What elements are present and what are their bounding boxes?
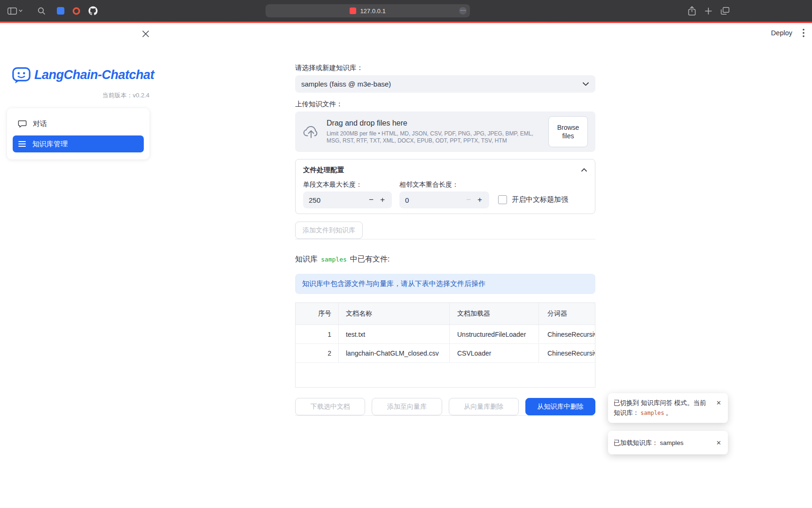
table-header-loader[interactable]: 文档加载器: [449, 303, 539, 325]
logo-text: LangChain-Chatchat: [34, 68, 154, 82]
toast-kb-loaded: 已加载知识库： samples ✕: [608, 431, 728, 454]
search-icon[interactable]: [38, 7, 46, 15]
sidebar: LangChain-Chatchat 当前版本：v0.2.4 对话 知识库管理: [0, 23, 156, 508]
chevron-up-icon: [581, 168, 587, 172]
logo-chat-icon: [11, 65, 31, 85]
toast-text: 已切换到 知识库问答 模式。当前知识库：samples。: [614, 398, 711, 418]
file-config-expander: 文件处理配置 单段文本最大长度： 250 − + 相邻文本重合长度：: [295, 159, 595, 214]
chat-bubble-icon: [18, 119, 27, 128]
nav-item-dialogue[interactable]: 对话: [13, 115, 144, 132]
chunk-size-increment[interactable]: +: [377, 195, 388, 205]
cell-loader: CSVLoader: [449, 344, 539, 362]
table-header-docname[interactable]: 文档名称: [338, 303, 449, 325]
github-icon[interactable]: [88, 6, 98, 16]
overlap-size-input[interactable]: 0 − +: [399, 191, 489, 208]
divider: [295, 415, 595, 416]
orange-app-icon[interactable]: [72, 7, 80, 15]
app-toolbar: Deploy: [771, 24, 812, 41]
overlap-size-label: 相邻文本重合长度：: [399, 181, 489, 189]
page-more-icon[interactable]: ⋯: [459, 7, 467, 15]
heading-prefix: 知识库: [295, 254, 318, 264]
toast-mode-switched: 已切换到 知识库问答 模式。当前知识库：samples。 ✕: [608, 393, 728, 423]
chevron-down-icon: [582, 82, 589, 86]
browser-chrome: 127.0.0.1 ⋯: [0, 0, 812, 22]
add-to-vector-store-button[interactable]: 添加至向量库: [372, 398, 442, 415]
version-text: 当前版本：v0.2.4: [0, 91, 156, 100]
kb-files-table: 序号 文档名称 文档加载器 分词器 1 test.txt Unstructure…: [295, 302, 595, 388]
heading-kb-name-code: samples: [321, 256, 347, 263]
blue-app-icon[interactable]: [57, 7, 64, 15]
heading-suffix: 中已有文件:: [350, 254, 390, 264]
app-logo: LangChain-Chatchat: [0, 65, 156, 85]
cloud-upload-icon: [303, 125, 320, 139]
table-row[interactable]: 2 langchain-ChatGLM_closed.csv CSVLoader…: [296, 344, 595, 363]
table-actions: 下载选中文档 添加至向量库 从向量库删除 从知识库中删除: [295, 398, 595, 415]
expander-header[interactable]: 文件处理配置: [303, 166, 587, 175]
overlap-size-value[interactable]: 0: [405, 196, 463, 204]
sidebar-toggle-icon[interactable]: [8, 8, 23, 15]
main-content: 请选择或新建知识库： samples (faiss @ m3e-base) 上传…: [295, 23, 595, 416]
tab-overview-icon[interactable]: [721, 7, 729, 15]
chunk-size-decrement[interactable]: −: [366, 195, 377, 205]
file-uploader-dropzone[interactable]: Drag and drop files here Limit 200MB per…: [295, 111, 595, 152]
nav-item-label: 知识库管理: [32, 140, 68, 149]
table-header-splitter[interactable]: 分词器: [539, 303, 595, 325]
main-menu-icon[interactable]: [803, 29, 804, 37]
toast-text-suffix: 。: [666, 409, 672, 416]
expander-title: 文件处理配置: [303, 166, 581, 175]
cell-splitter: ChineseRecursiveTextSplitter: [539, 325, 595, 343]
checkbox-box[interactable]: [498, 195, 507, 204]
toast-kb-name-code: samples: [640, 410, 664, 416]
close-sidebar-icon[interactable]: [141, 29, 150, 39]
browse-files-button[interactable]: Browse files: [548, 116, 588, 147]
delete-from-kb-button[interactable]: 从知识库中删除: [525, 398, 595, 415]
upload-label: 上传知识文件：: [295, 100, 595, 108]
download-selected-button[interactable]: 下载选中文档: [295, 398, 365, 415]
chunk-size-group: 单段文本最大长度： 250 − +: [303, 181, 392, 208]
divider: [295, 239, 595, 239]
url-text: 127.0.0.1: [360, 8, 385, 15]
table-header-serial[interactable]: 序号: [296, 303, 338, 325]
address-bar[interactable]: 127.0.0.1 ⋯: [265, 4, 470, 17]
share-icon[interactable]: [688, 6, 696, 16]
overlap-size-decrement[interactable]: −: [463, 195, 474, 205]
table-header-row: 序号 文档名称 文档加载器 分词器: [296, 303, 595, 325]
table-row[interactable]: 1 test.txt UnstructuredFileLoader Chines…: [296, 325, 595, 344]
chunk-size-input[interactable]: 250 − +: [303, 191, 392, 208]
site-favicon: [350, 8, 356, 14]
cell-serial: 1: [296, 325, 338, 343]
knowledge-base-icon: [18, 140, 26, 148]
kb-files-heading: 知识库 samples 中已有文件:: [295, 254, 595, 264]
overlap-size-group: 相邻文本重合长度： 0 − +: [399, 181, 489, 208]
nav-item-knowledge-base[interactable]: 知识库管理: [13, 135, 144, 152]
nav-item-label: 对话: [33, 119, 47, 128]
cell-docname: test.txt: [338, 325, 449, 343]
cell-docname: langchain-ChatGLM_closed.csv: [338, 344, 449, 362]
kb-select[interactable]: samples (faiss @ m3e-base): [295, 75, 595, 93]
delete-from-vector-store-button[interactable]: 从向量库删除: [449, 398, 519, 415]
kb-select-value: samples (faiss @ m3e-base): [301, 80, 582, 88]
kb-select-label: 请选择或新建知识库：: [295, 64, 595, 72]
add-files-button[interactable]: 添加文件到知识库: [295, 222, 363, 239]
uploader-title: Drag and drop files here: [327, 119, 541, 127]
screen: 127.0.0.1 ⋯ Deploy: [0, 0, 812, 508]
nav-card: 对话 知识库管理: [7, 108, 149, 159]
toast-close-icon[interactable]: ✕: [715, 439, 722, 447]
checkbox-label: 开启中文标题加强: [512, 195, 568, 204]
zh-title-enhance-checkbox[interactable]: 开启中文标题加强: [498, 195, 568, 204]
cell-splitter: ChineseRecursiveTextSplitter: [539, 344, 595, 362]
new-tab-icon[interactable]: [705, 8, 712, 15]
deploy-button[interactable]: Deploy: [771, 29, 792, 37]
toast-text: 已加载知识库： samples: [614, 438, 711, 448]
info-banner: 知识库中包含源文件与向量库，请从下表中选择文件后操作: [295, 274, 595, 294]
uploader-limit-text: Limit 200MB per file • HTML, MD, JSON, C…: [327, 130, 541, 144]
toast-close-icon[interactable]: ✕: [715, 399, 722, 407]
overlap-size-increment[interactable]: +: [474, 195, 485, 205]
chunk-size-value[interactable]: 250: [309, 196, 366, 204]
cell-loader: UnstructuredFileLoader: [449, 325, 539, 343]
chunk-size-label: 单段文本最大长度：: [303, 181, 392, 189]
cell-serial: 2: [296, 344, 338, 362]
